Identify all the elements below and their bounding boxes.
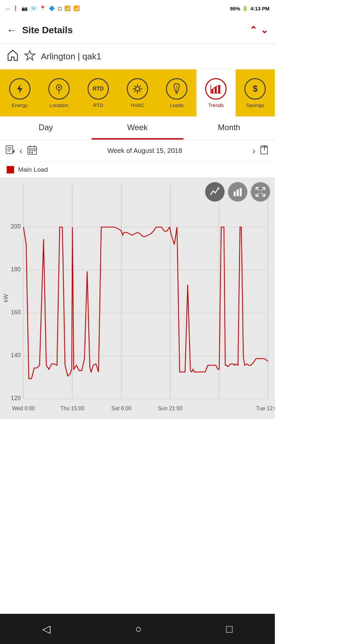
- svg-rect-30: [29, 150, 31, 151]
- tab-location-label: Location: [49, 102, 68, 108]
- line-chart-button[interactable]: [205, 182, 225, 202]
- svg-rect-42: [23, 184, 268, 399]
- share-icon[interactable]: [260, 145, 269, 157]
- bottom-nav: ◁ ○ □: [0, 614, 275, 644]
- home-nav-button[interactable]: ○: [135, 623, 141, 635]
- status-icons: ··· ❗ 📷 📧 📍 🔷 ◻ 📶 📶: [5, 5, 80, 11]
- legend-color-main-load: [7, 166, 14, 173]
- svg-text:120: 120: [11, 395, 21, 401]
- tab-savings-label: Savings: [246, 102, 264, 108]
- time: 4:13 PM: [250, 6, 269, 11]
- tab-trends[interactable]: Trends: [196, 69, 236, 116]
- page-title: Site Details: [22, 25, 73, 36]
- tab-month[interactable]: Month: [183, 116, 275, 140]
- tab-location[interactable]: Location: [39, 69, 78, 116]
- tab-week-label: Week: [127, 123, 148, 132]
- chart-container: kW 200 180 160 140 120 Wed 0:00 T: [0, 177, 275, 419]
- svg-line-12: [139, 86, 141, 87]
- svg-marker-1: [17, 84, 22, 94]
- svg-text:Thu 15:00: Thu 15:00: [60, 406, 84, 411]
- tab-savings[interactable]: $ Savings: [236, 69, 275, 116]
- status-bar: ··· ❗ 📷 📧 📍 🔷 ◻ 📶 📶 99% 🔋 4:13 PM: [0, 0, 275, 17]
- svg-text:Sun 21:00: Sun 21:00: [158, 406, 183, 411]
- svg-text:140: 140: [11, 352, 21, 359]
- outlook-icon: 📧: [31, 5, 37, 11]
- tab-hvac-label: HVAC: [131, 102, 144, 108]
- header: ← Site Details ⌃ ⌄: [0, 17, 275, 44]
- svg-line-13: [134, 90, 136, 92]
- legend-main-load: Main Load: [18, 166, 48, 173]
- tab-hvac[interactable]: HVAC: [118, 69, 157, 116]
- location-icon: 📍: [40, 5, 46, 11]
- star-icon[interactable]: [24, 50, 36, 63]
- svg-text:Wed 0:00: Wed 0:00: [12, 406, 35, 411]
- tab-loads[interactable]: Loads: [157, 69, 196, 116]
- hvac-icon: [127, 78, 148, 100]
- svg-rect-32: [34, 150, 35, 151]
- next-period-button[interactable]: ›: [252, 146, 255, 156]
- legend-row: Main Load: [0, 162, 275, 177]
- date-nav: ‹ Week of August 15, 2018 ›: [0, 140, 275, 162]
- nfc-icon: ◻: [58, 5, 62, 11]
- calendar-icon: [27, 145, 37, 157]
- svg-rect-33: [29, 152, 31, 153]
- svg-text:200: 200: [11, 223, 21, 230]
- energy-icon: [9, 78, 31, 100]
- tab-day[interactable]: Day: [0, 116, 92, 140]
- battery-percent: 99%: [230, 6, 240, 11]
- svg-text:160: 160: [11, 309, 21, 316]
- home-icon: [7, 49, 19, 64]
- tab-rtd[interactable]: RTD RTD: [78, 69, 118, 116]
- tab-month-label: Month: [218, 123, 240, 132]
- chevron-down-icon[interactable]: ⌄: [260, 24, 268, 36]
- svg-text:Sat 6:00: Sat 6:00: [111, 406, 131, 411]
- status-right: 99% 🔋 4:13 PM: [230, 5, 269, 11]
- chart-toolbar: [205, 182, 270, 202]
- svg-marker-0: [25, 51, 35, 60]
- svg-text:180: 180: [11, 266, 21, 273]
- recent-nav-button[interactable]: □: [226, 623, 233, 635]
- site-name: Arlington | qak1: [41, 51, 101, 62]
- menu-icon: ···: [5, 6, 10, 11]
- rtd-icon: RTD: [87, 78, 109, 100]
- tab-week[interactable]: Week: [92, 116, 183, 140]
- tab-loads-label: Loads: [170, 102, 184, 108]
- signal-icon: 📶: [73, 5, 80, 11]
- back-nav-button[interactable]: ◁: [42, 623, 51, 635]
- tab-energy[interactable]: Energy: [0, 69, 39, 116]
- chevron-up-icon[interactable]: ⌃: [249, 24, 257, 36]
- svg-line-10: [134, 86, 136, 87]
- wifi-icon: 📶: [64, 5, 71, 11]
- svg-rect-31: [32, 150, 33, 151]
- svg-line-11: [139, 90, 141, 92]
- svg-rect-39: [237, 190, 239, 196]
- svg-rect-18: [215, 87, 217, 93]
- y-axis-label: kW: [3, 294, 9, 303]
- fullscreen-button[interactable]: [251, 182, 270, 202]
- tab-rtd-label: RTD: [93, 102, 104, 108]
- prev-period-button[interactable]: ‹: [19, 146, 22, 156]
- location-tab-icon: [48, 78, 70, 100]
- back-button[interactable]: ←: [7, 24, 17, 36]
- svg-rect-38: [234, 192, 236, 196]
- header-nav: ⌃ ⌄: [249, 24, 268, 36]
- tab-trends-label: Trends: [208, 102, 224, 108]
- tab-energy-label: Energy: [12, 102, 28, 108]
- svg-rect-34: [32, 152, 33, 153]
- edit-icon[interactable]: [5, 145, 15, 157]
- date-range-text: Week of August 15, 2018: [42, 147, 247, 155]
- loads-icon: [166, 78, 187, 100]
- svg-rect-40: [240, 188, 242, 196]
- instagram-icon: 📷: [21, 5, 28, 11]
- battery-icon: 🔋: [242, 5, 248, 11]
- notification-icon: ❗: [12, 5, 19, 11]
- tab-day-label: Day: [39, 123, 53, 132]
- bar-chart-button[interactable]: [228, 182, 247, 202]
- svg-text:Tue 12:00: Tue 12:00: [256, 406, 275, 411]
- period-tabs: Day Week Month: [0, 116, 275, 140]
- bluetooth-icon: 🔷: [49, 5, 55, 11]
- trends-icon: [205, 78, 227, 100]
- site-row: Arlington | qak1: [0, 44, 275, 69]
- chart-svg: 200 180 160 140 120 Wed 0:00 Thu 15:00 S…: [0, 177, 275, 419]
- rtd-text: RTD: [93, 86, 104, 92]
